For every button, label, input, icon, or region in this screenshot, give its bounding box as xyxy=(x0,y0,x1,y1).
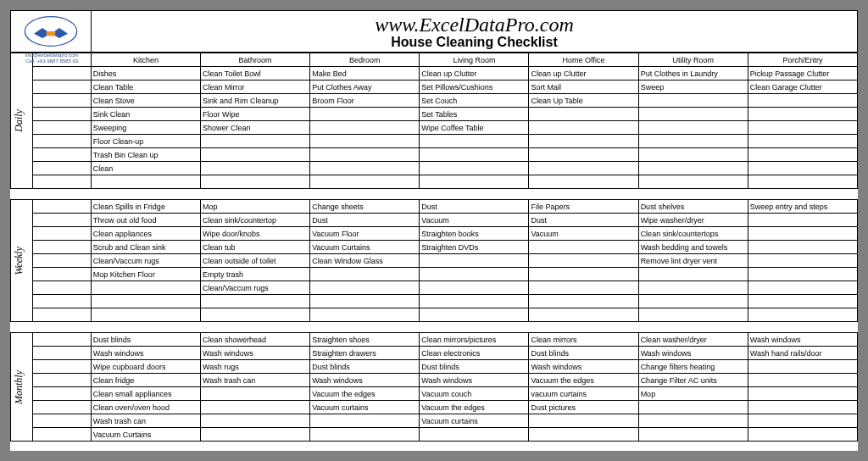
task-cell xyxy=(310,308,420,322)
section-label: Monthly xyxy=(13,370,25,404)
task-cell xyxy=(529,281,638,295)
task-cell xyxy=(529,308,638,322)
task-cell: Vacuum xyxy=(420,214,529,227)
task-cell: Put Clothes in Laundry xyxy=(638,67,748,81)
task-cell xyxy=(310,135,420,148)
task-cell: Straighten DVDs xyxy=(420,241,529,254)
task-cell: Sink and Rim Cleanup xyxy=(201,94,310,108)
task-cell xyxy=(201,401,310,414)
task-cell xyxy=(529,254,638,268)
task-cell: Trash Bin Clean up xyxy=(91,148,200,162)
task-cell xyxy=(748,414,857,428)
task-cell: Clean washer/dryer xyxy=(638,333,748,347)
task-cell: Straighten shoes xyxy=(310,333,420,347)
task-cell xyxy=(201,295,310,308)
task-cell xyxy=(638,401,748,414)
header: www.ExcelDataPro.com House Cleaning Chec… xyxy=(10,10,858,53)
task-cell xyxy=(201,387,310,401)
task-cell: Wash trash can xyxy=(201,374,310,387)
task-cell: Vacuum the edges xyxy=(529,374,638,387)
task-cell xyxy=(748,281,857,295)
task-cell: File Papers xyxy=(529,200,638,214)
col-header: Bedroom xyxy=(310,53,420,67)
task-cell xyxy=(748,360,857,374)
task-cell xyxy=(420,135,529,148)
task-cell xyxy=(638,428,748,442)
task-cell xyxy=(310,121,420,135)
task-cell xyxy=(529,241,638,254)
task-cell: Throw out old food xyxy=(91,214,200,227)
task-cell xyxy=(420,308,529,322)
task-cell xyxy=(638,281,748,295)
task-cell xyxy=(748,308,857,322)
task-cell xyxy=(638,295,748,308)
task-cell: Wash rugs xyxy=(201,360,310,374)
task-cell: Change Filter AC units xyxy=(638,374,748,387)
task-cell: Clean Table xyxy=(91,81,200,94)
task-cell xyxy=(529,121,638,135)
contact-phone: Call: +91 9687 8585 63 xyxy=(14,58,90,64)
task-cell: Dust pictures xyxy=(529,401,638,414)
task-cell: Dust xyxy=(420,200,529,214)
task-cell: Dust blinds xyxy=(529,347,638,360)
task-cell: Sweep entry and steps xyxy=(748,200,857,214)
task-cell: Pickup Passage Clutter xyxy=(748,67,857,81)
task-cell xyxy=(310,108,420,121)
task-cell: Make Bed xyxy=(310,67,420,81)
task-cell xyxy=(638,94,748,108)
task-cell xyxy=(529,148,638,162)
task-cell xyxy=(201,308,310,322)
task-cell xyxy=(201,428,310,442)
col-header: Living Room xyxy=(420,53,529,67)
section-label: Weekly xyxy=(13,247,25,275)
contact-email: info@exceldatapro.com xyxy=(14,53,90,58)
task-cell xyxy=(310,295,420,308)
task-cell: Clean xyxy=(91,162,200,175)
task-cell xyxy=(748,254,857,268)
task-cell: Wipe cupboard doors xyxy=(91,360,200,374)
task-cell: Sort Mail xyxy=(529,81,638,94)
task-cell: Vacuum xyxy=(529,227,638,241)
task-cell xyxy=(748,401,857,414)
task-cell xyxy=(529,268,638,281)
col-header: Utility Room xyxy=(638,53,748,67)
task-cell xyxy=(201,162,310,175)
task-cell xyxy=(420,254,529,268)
task-cell: Wash hand rails/door xyxy=(748,347,857,360)
logo-cell xyxy=(11,11,92,52)
task-cell: Dishes xyxy=(91,67,200,81)
task-cell: Dust blinds xyxy=(91,333,200,347)
task-cell: Clean mirrors xyxy=(529,333,638,347)
task-cell xyxy=(420,268,529,281)
task-cell xyxy=(91,281,200,295)
task-cell xyxy=(748,374,857,387)
task-cell xyxy=(420,428,529,442)
task-cell: Vacuum couch xyxy=(420,387,529,401)
task-cell: Sweep xyxy=(638,81,748,94)
task-cell xyxy=(748,108,857,121)
task-cell: Dust blinds xyxy=(420,360,529,374)
task-cell: Vacuum Floor xyxy=(310,227,420,241)
task-cell: Clean up Clutter xyxy=(420,67,529,81)
task-cell: Floor Wipe xyxy=(201,108,310,121)
task-cell: Clean tub xyxy=(201,241,310,254)
task-cell xyxy=(420,175,529,189)
col-header: Kitchen xyxy=(91,53,200,67)
task-cell: Wash windows xyxy=(529,360,638,374)
task-cell: Change sheets xyxy=(310,200,420,214)
task-cell: Put Clothes Away xyxy=(310,81,420,94)
task-cell: Dust shelves xyxy=(638,200,748,214)
task-cell xyxy=(638,148,748,162)
task-cell: Wash trash can xyxy=(91,414,200,428)
task-cell xyxy=(748,135,857,148)
task-cell xyxy=(748,227,857,241)
task-cell: Dust xyxy=(529,214,638,227)
task-cell: vacuum curtains xyxy=(529,387,638,401)
task-cell xyxy=(529,108,638,121)
task-cell: Clean Stove xyxy=(91,94,200,108)
task-cell: Clean Window Glass xyxy=(310,254,420,268)
task-cell: Vacuum Curtains xyxy=(310,241,420,254)
task-cell: Clean outside of toilet xyxy=(201,254,310,268)
task-cell: Clean Garage Clutter xyxy=(748,81,857,94)
task-cell xyxy=(310,428,420,442)
